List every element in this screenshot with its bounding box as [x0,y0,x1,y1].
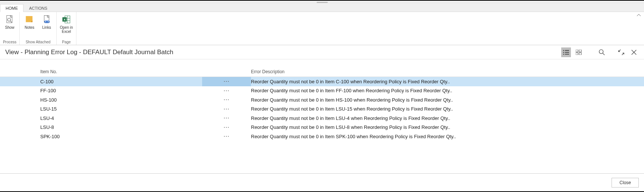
links-icon [41,14,52,25]
open-in-excel-button[interactable]: X Open in Excel [59,13,74,39]
window-top-border [0,0,644,3]
svg-line-26 [619,49,621,51]
cell-item-no: FF-100 [40,88,202,93]
header-actions [561,47,639,57]
notes-button[interactable]: Notes [22,13,37,39]
table-row[interactable]: C-100⋯Reorder Quantity must not be 0 in … [0,77,644,86]
ribbon-group-page: X Open in Excel Page [57,12,76,45]
row-actions-button[interactable]: ⋯ [202,116,251,120]
ribbon-tabstrip: HOME ACTIONS [0,3,644,12]
view-tiles-button[interactable] [574,47,584,57]
table-row[interactable]: LSU-15⋯Reorder Quantity must not be 0 in… [0,105,644,114]
cell-item-no: SPK-100 [40,134,202,139]
ribbon-group-process: Show Process [0,12,20,45]
links-button[interactable]: Links [39,13,54,39]
table-row[interactable]: FF-100⋯Reorder Quantity must not be 0 in… [0,86,644,96]
page-title: View - Planning Error Log - DEFAULT Defa… [5,49,561,56]
table-row[interactable]: SPK-100⋯Reorder Quantity must not be 0 i… [0,132,644,141]
cell-error-description: Reorder Quantity must not be 0 in Item H… [251,97,644,103]
row-actions-button[interactable]: ⋯ [202,107,251,111]
svg-rect-21 [579,50,581,52]
cell-item-no: HS-100 [40,97,202,103]
content-area: Item No. Error Description C-100⋯Reorder… [0,59,644,173]
table-row[interactable]: LSU-8⋯Reorder Quantity must not be 0 in … [0,123,644,132]
svg-rect-20 [576,50,578,52]
tab-home[interactable]: HOME [0,4,23,12]
search-button[interactable] [597,47,607,57]
view-list-button[interactable] [561,47,571,57]
ribbon-group-attached: Notes Links Show Attached [20,12,57,45]
footer-bar: Close [0,173,644,191]
svg-rect-16 [563,52,564,53]
svg-rect-18 [563,54,564,55]
svg-point-24 [599,49,603,53]
table-header-row: Item No. Error Description [0,67,644,77]
ribbon-group-label-process: Process [2,39,17,45]
column-header-error-description[interactable]: Error Description [251,69,644,74]
cell-error-description: Reorder Quantity must not be 0 in Item C… [251,79,644,84]
svg-rect-15 [565,50,569,51]
cell-item-no: C-100 [40,79,202,84]
close-window-button[interactable] [629,47,639,57]
svg-rect-22 [576,53,578,55]
ribbon-group-label-attached: Show Attached [22,39,54,45]
svg-rect-17 [565,52,569,53]
row-actions-button[interactable]: ⋯ [202,98,251,102]
error-log-table: Item No. Error Description C-100⋯Reorder… [0,59,644,173]
excel-icon: X [61,14,72,25]
row-actions-button[interactable]: ⋯ [202,77,251,86]
table-row[interactable]: HS-100⋯Reorder Quantity must not be 0 in… [0,95,644,105]
row-actions-button[interactable]: ⋯ [202,89,251,93]
close-button[interactable]: Close [612,178,639,188]
show-button[interactable]: Show [2,13,17,39]
row-actions-button[interactable]: ⋯ [202,126,251,129]
table-body: C-100⋯Reorder Quantity must not be 0 in … [0,77,644,141]
ribbon: Show Process Notes [0,12,644,45]
svg-rect-3 [26,16,32,22]
table-row[interactable]: LSU-4⋯Reorder Quantity must not be 0 in … [0,114,644,123]
svg-rect-23 [579,53,581,55]
notes-icon [24,14,35,25]
cell-error-description: Reorder Quantity must not be 0 in Item F… [251,88,644,93]
collapse-window-button[interactable] [616,47,626,57]
svg-text:X: X [63,18,66,21]
svg-line-25 [603,53,605,55]
app-window: HOME ACTIONS Show Process [0,0,644,192]
cell-item-no: LSU-4 [40,115,202,121]
page-header: View - Planning Error Log - DEFAULT Defa… [0,45,644,59]
svg-line-27 [622,53,624,55]
row-actions-button[interactable]: ⋯ [202,134,251,138]
cell-error-description: Reorder Quantity must not be 0 in Item L… [251,106,644,112]
cell-error-description: Reorder Quantity must not be 0 in Item L… [251,115,644,121]
cell-item-no: LSU-15 [40,106,202,112]
ribbon-collapse-caret-icon[interactable] [637,13,641,18]
ribbon-group-label-page: Page [59,39,74,45]
show-icon [4,14,15,25]
cell-error-description: Reorder Quantity must not be 0 in Item S… [251,134,644,139]
cell-error-description: Reorder Quantity must not be 0 in Item L… [251,124,644,130]
svg-rect-14 [563,50,564,51]
svg-rect-19 [565,54,569,55]
cell-item-no: LSU-8 [40,124,202,130]
column-header-item-no[interactable]: Item No. [40,69,202,74]
tab-actions[interactable]: ACTIONS [23,4,53,12]
